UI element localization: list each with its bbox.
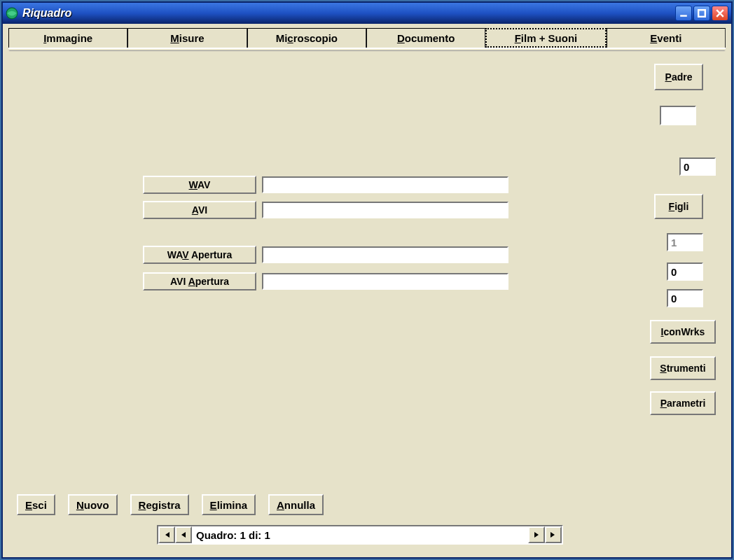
- avi-apertura-input[interactable]: [262, 273, 508, 290]
- figli-value-1: [667, 233, 703, 251]
- nav-status-text: Quadro: 1 di: 1: [192, 526, 528, 543]
- strumenti-button[interactable]: Strumenti: [650, 356, 716, 380]
- padre-text-input[interactable]: [660, 106, 696, 125]
- svg-rect-2: [698, 10, 705, 17]
- wav-button[interactable]: WAV: [143, 176, 256, 194]
- annulla-button[interactable]: Annulla: [268, 494, 324, 515]
- padre-value-input[interactable]: [679, 158, 716, 176]
- figli-value-3[interactable]: [667, 289, 703, 307]
- iconwrks-button[interactable]: IconWrks: [650, 320, 716, 344]
- nav-first-button[interactable]: [158, 526, 175, 543]
- minimize-button[interactable]: [675, 6, 692, 21]
- parametri-button[interactable]: Parametri: [650, 391, 716, 415]
- padre-button[interactable]: Padre: [654, 64, 703, 90]
- registra-button[interactable]: Registra: [130, 494, 189, 515]
- tab-misure[interactable]: Misure: [127, 28, 247, 48]
- avi-input[interactable]: [262, 202, 508, 218]
- wav-input[interactable]: [262, 176, 508, 193]
- nav-next-button[interactable]: [528, 526, 545, 543]
- figli-button[interactable]: Figli: [654, 194, 703, 219]
- esci-button[interactable]: Esci: [17, 494, 55, 515]
- avi-apertura-button[interactable]: AVI Apertura: [143, 272, 256, 290]
- client-area: Immagine Misure Microscopio Documento Fi…: [3, 24, 731, 557]
- close-button[interactable]: [712, 6, 728, 21]
- svg-rect-1: [680, 15, 687, 16]
- app-window: Riquadro Immagine Misure Microscopio Doc…: [1, 1, 733, 559]
- tab-film-suoni[interactable]: Film + Suoni: [485, 28, 606, 48]
- title-bar: Riquadro: [3, 3, 731, 24]
- nav-prev-button[interactable]: [175, 526, 192, 543]
- tab-content: WAV AVI WAV Apertura AVI Apertura Padre …: [8, 50, 726, 553]
- nav-last-button[interactable]: [545, 526, 562, 543]
- wav-apertura-input[interactable]: [262, 246, 508, 263]
- tab-bar: Immagine Misure Microscopio Documento Fi…: [8, 28, 726, 49]
- tab-microscopio[interactable]: Microscopio: [247, 28, 366, 48]
- wav-apertura-button[interactable]: WAV Apertura: [143, 246, 256, 264]
- window-title: Riquadro: [22, 7, 71, 20]
- tab-eventi[interactable]: Eventi: [607, 28, 726, 48]
- tab-documento[interactable]: Documento: [366, 28, 485, 48]
- bottom-button-row: Esci Nuovo Registra Elimina Annulla: [17, 494, 324, 515]
- elimina-button[interactable]: Elimina: [202, 494, 256, 515]
- avi-button[interactable]: AVI: [143, 201, 256, 219]
- nuovo-button[interactable]: Nuovo: [68, 494, 118, 515]
- tab-immagine[interactable]: Immagine: [8, 28, 127, 48]
- maximize-button[interactable]: [693, 6, 710, 21]
- app-icon: [6, 7, 18, 20]
- figli-value-2[interactable]: [667, 262, 703, 281]
- record-navigator: Quadro: 1 di: 1: [157, 525, 563, 545]
